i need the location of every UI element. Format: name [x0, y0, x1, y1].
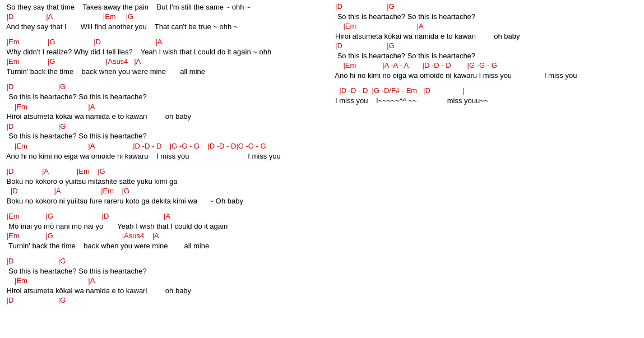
lyric-line: I miss you I~~~~~^^ ~~ miss youu~~	[333, 96, 640, 106]
blank-line	[333, 117, 640, 123]
lyric-line: Mō inai yo mō nani mo nai yo Yeah I wish…	[4, 221, 322, 231]
chord-line: |Em |A -A - A |D -D - D |G -G - G	[333, 61, 640, 71]
chord-line: |D |A |Em |G	[4, 12, 322, 22]
chord-line: |D |G	[333, 2, 640, 12]
chord-line: |Em |G |D |A	[4, 212, 322, 221]
lyric-line: Ano hi no kimi no eiga wa omoide ni kawa…	[333, 71, 640, 81]
blank-line	[333, 81, 640, 86]
chord-line: |D |A |Em |G	[4, 187, 322, 196]
blank-line	[333, 140, 640, 145]
chord-line: |Em |A |D -D - D |G -G - G |D -D - D|G -…	[4, 142, 322, 151]
blank-line	[333, 151, 640, 156]
lyric-line: Turnin' back the time back when you were…	[4, 241, 322, 251]
blank-line	[4, 77, 322, 82]
chord-line: |Em |A	[4, 276, 322, 286]
lyric-line: And they say that I Will find another yo…	[4, 22, 322, 32]
chord-line: |Em |A	[4, 103, 322, 112]
chord-line: |D |G	[4, 82, 322, 92]
lyric-line: Ano hi no kimi no eiga wa omoide ni kawa…	[4, 151, 322, 161]
lyric-line: Hiroi atsumeta kōkai wa namida e to kawa…	[4, 112, 322, 122]
blank-line	[333, 145, 640, 151]
blank-line	[4, 251, 322, 257]
chord-line: |D |G	[4, 296, 322, 305]
lyric-line: So this is heartache? So this is heartac…	[333, 12, 640, 22]
chord-line: |D -D - D |G -D/F# - Em |D |	[333, 86, 640, 96]
lyric-line: So this is heartache? So this is heartac…	[333, 51, 640, 61]
lyric-line: Boku no kokoro o yuiitsu mitashite satte…	[4, 177, 322, 187]
chord-line: |Em |A	[333, 22, 640, 31]
column-right: |D |G So this is heartache? So this is h…	[327, 2, 640, 305]
lyric-line: Hiroi atsumeta kōkai wa namida e to kawa…	[333, 31, 640, 41]
blank-line	[333, 156, 640, 162]
lyric-line: So this is heartache? So this is heartac…	[4, 92, 322, 102]
blank-line	[333, 128, 640, 134]
blank-line	[333, 106, 640, 112]
blank-line	[333, 112, 640, 117]
column-left: So they say that time Takes away the pai…	[4, 2, 327, 305]
blank-line	[4, 32, 322, 38]
blank-line	[4, 161, 322, 167]
blank-line	[4, 206, 322, 212]
lyric-line: Boku no kokoro ni yuiitsu fure rareru ko…	[4, 196, 322, 206]
chord-line: |Em |G |D |A	[4, 38, 322, 47]
chord-line: |Em |G |Asus4 |A	[4, 57, 322, 67]
page-container: So they say that time Takes away the pai…	[0, 0, 644, 308]
blank-line	[333, 123, 640, 128]
lyric-line: So this is heartache? So this is heartac…	[4, 266, 322, 276]
lyric-line: So they say that time Takes away the pai…	[4, 2, 322, 12]
chord-line: |D |G	[333, 41, 640, 51]
lyric-line: Turnin' back the time back when you were…	[4, 67, 322, 77]
chord-line: |D |G	[4, 122, 322, 132]
lyric-line: Hiroi atsumeta kōkai wa namida e to kawa…	[4, 286, 322, 296]
lyric-line: So this is heartache? So this is heartac…	[4, 131, 322, 141]
lyric-line: Why didn't I realize? Why did I tell lie…	[4, 47, 322, 57]
blank-line	[333, 134, 640, 140]
chord-line: |D |G	[4, 257, 322, 266]
chord-line: |Em |G |Asus4 |A	[4, 231, 322, 241]
chord-line: |D |A |Em |G	[4, 167, 322, 177]
